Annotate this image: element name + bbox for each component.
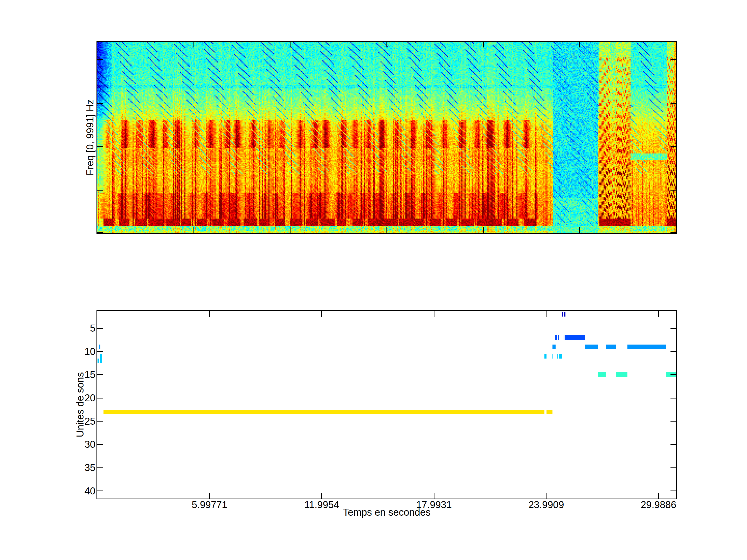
spec-ytick-left <box>97 59 103 60</box>
detection-segment-unit-9 <box>552 345 556 349</box>
spec-xtick-bottom <box>483 228 484 233</box>
spec-xtick-top <box>290 42 290 48</box>
units-xtick-mirror <box>209 311 210 317</box>
units-ytick-mirror <box>670 328 676 329</box>
detection-segment-unit-7 <box>555 335 557 340</box>
units-ytick <box>97 374 103 375</box>
y-tick-label: 5 <box>44 323 96 333</box>
spectrogram-image <box>97 42 676 233</box>
spectrogram-ylabel: Freq [0, 9991] Hz <box>85 99 95 176</box>
detection-segment-unit-23 <box>546 410 552 414</box>
units-xtick <box>546 493 546 499</box>
detection-segment-unit-11 <box>544 354 547 358</box>
spec-ytick-right <box>670 146 676 147</box>
units-ytick <box>97 328 103 329</box>
units-xtick-mirror <box>546 311 546 317</box>
spectrogram-axes <box>97 41 677 234</box>
detection-segment-unit-2 <box>564 312 565 317</box>
y-tick-label: 40 <box>44 486 96 496</box>
units-ylabel: Unites de sons <box>75 372 85 437</box>
x-tick-label: 29.9886 <box>641 500 676 510</box>
units-xtick <box>209 493 210 499</box>
detection-segment-unit-23 <box>103 410 544 414</box>
spec-xtick-top <box>579 42 580 48</box>
y-tick-label: 20 <box>44 393 96 403</box>
detection-segment-unit-11 <box>552 354 553 358</box>
detection-segment-unit-9 <box>627 345 666 349</box>
units-ytick-mirror <box>670 444 676 445</box>
detection-segment-unit-2 <box>562 312 563 317</box>
spec-xtick-bottom <box>386 228 387 233</box>
units-xtick-mirror <box>434 311 434 317</box>
units-ytick-mirror <box>670 374 676 375</box>
units-ytick-mirror <box>670 398 676 399</box>
spec-ytick-left <box>97 103 103 104</box>
units-xtick <box>321 493 322 499</box>
spec-xtick-bottom <box>194 228 194 233</box>
spec-xtick-bottom <box>579 228 580 233</box>
units-axes <box>97 310 677 499</box>
units-xtick-mirror <box>321 311 322 317</box>
units-xlabel: Temps en secondes <box>343 507 431 517</box>
detection-segment-unit-12 <box>98 358 99 363</box>
units-ytick <box>97 444 103 445</box>
spec-xtick-top <box>194 42 194 48</box>
x-tick-label: 5.99771 <box>192 500 227 510</box>
units-ytick-mirror <box>670 421 676 422</box>
spec-ytick-right <box>670 190 676 191</box>
y-tick-label: 15 <box>44 370 96 379</box>
detection-segment-unit-11 <box>100 354 102 358</box>
detection-segment-unit-7 <box>558 335 559 340</box>
units-xtick <box>658 493 659 499</box>
y-tick-label: 10 <box>44 347 96 356</box>
detection-segment-unit-11 <box>558 354 558 358</box>
spec-ytick-left <box>97 190 103 191</box>
spec-ytick-right <box>670 232 676 233</box>
spec-xtick-bottom <box>290 228 290 233</box>
detection-segment-unit-11 <box>559 354 562 358</box>
spec-ytick-left <box>97 146 103 147</box>
y-tick-label: 25 <box>44 416 96 426</box>
units-ytick-mirror <box>670 490 676 491</box>
units-ytick-mirror <box>670 468 676 468</box>
units-xtick-mirror <box>658 311 659 317</box>
x-tick-label: 23.9909 <box>529 500 564 510</box>
units-ytick <box>97 421 103 422</box>
spec-xtick-top <box>483 42 484 48</box>
units-ytick <box>97 468 103 468</box>
spec-xtick-top <box>386 42 387 48</box>
matlab-figure: Freq [0, 9991] Hz 5.9977111.995417.99312… <box>0 0 747 560</box>
detection-segment-unit-9 <box>99 345 100 349</box>
detection-segment-unit-7 <box>565 335 584 340</box>
units-ytick-mirror <box>670 351 676 352</box>
units-ytick <box>97 490 103 491</box>
detection-segment-unit-9 <box>585 345 598 349</box>
detection-segment-unit-9 <box>606 345 616 349</box>
detection-segment-unit-12 <box>100 358 102 363</box>
units-ytick <box>97 398 103 399</box>
y-tick-label: 30 <box>44 439 96 449</box>
units-xtick <box>434 493 434 499</box>
y-tick-label: 35 <box>44 463 96 473</box>
spec-ytick-right <box>670 59 676 60</box>
detection-segment-unit-15 <box>598 372 606 377</box>
detection-segment-unit-15 <box>616 372 627 377</box>
detection-segment-unit-7 <box>564 335 564 340</box>
spec-ytick-left <box>97 232 103 233</box>
spec-ytick-right <box>670 103 676 104</box>
units-ytick <box>97 351 103 352</box>
x-tick-label: 11.9954 <box>304 500 339 510</box>
